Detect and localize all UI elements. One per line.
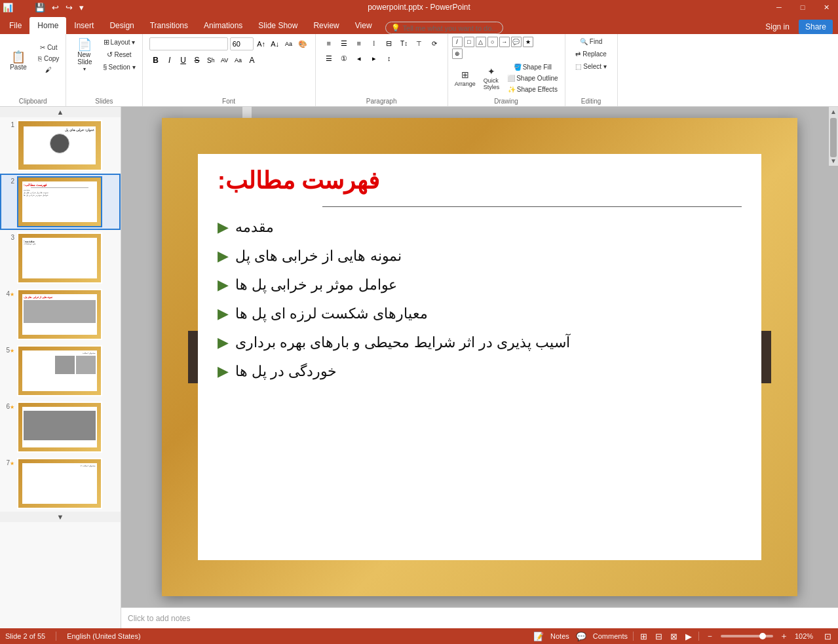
new-slide-button[interactable]: 📄 New Slide ▾ (70, 37, 99, 73)
shape-effects-button[interactable]: ✨ Shape Effects (505, 85, 560, 94)
tab-file[interactable]: File (1, 17, 29, 34)
format-painter-button[interactable]: 🖌 (35, 65, 62, 75)
zoom-out-button[interactable]: － (704, 629, 715, 643)
decrease-font-button[interactable]: A↓ (269, 38, 281, 50)
sign-in-button[interactable]: Sign in (759, 20, 796, 34)
text-shadow-button[interactable]: Sh (204, 54, 218, 67)
slide-thumbnail-3[interactable]: 3 مقدمه: متن توضیحات (0, 230, 121, 286)
redo-qat-button[interactable]: ↪ (64, 2, 75, 13)
comments-button[interactable]: 💬 (575, 630, 588, 643)
select-button[interactable]: ⬚ Select ▾ (573, 62, 609, 71)
bold-button[interactable]: B (149, 54, 162, 67)
oval-shape-button[interactable]: ○ (487, 37, 498, 47)
arrange-button[interactable]: ⊞ Arrange (452, 68, 478, 88)
zoom-in-button[interactable]: ＋ (778, 629, 790, 643)
increase-indent-button[interactable]: ▸ (368, 52, 381, 64)
slide-thumbnail-6[interactable]: 6 (0, 399, 121, 455)
slide-thumbnail-4[interactable]: 4 نمونه هایی از خرابی های پل: (0, 286, 121, 343)
line-shape-button[interactable]: / (452, 37, 463, 47)
view-sorter-button[interactable]: ⊟ (654, 630, 664, 643)
text-direction-button[interactable]: T↕ (398, 37, 411, 49)
save-qat-button[interactable]: 💾 (33, 2, 47, 13)
cut-button[interactable]: ✂ Cut (35, 43, 62, 52)
canvas-scroll[interactable]: فهرست مطالب: مقدمه ▶ نمونه هایی از خرابی… (121, 107, 838, 607)
maximize-button[interactable]: □ (791, 0, 814, 14)
tell-me-bar[interactable]: 💡 Tell me what you want to do... (385, 22, 504, 34)
minimize-button[interactable]: ─ (767, 0, 791, 14)
customize-qat-button[interactable]: ▾ (77, 2, 86, 13)
font-color2-button[interactable]: A (246, 54, 259, 67)
font-color-button[interactable]: 🎨 (297, 38, 309, 50)
font-name-input[interactable] (149, 37, 228, 50)
justify-button[interactable]: ⁞ (368, 37, 381, 49)
tab-insert[interactable]: Insert (66, 17, 102, 34)
numbering-button[interactable]: ① (337, 52, 351, 64)
outline-icon: ⬜ (507, 75, 515, 82)
zoom-slider[interactable] (721, 635, 773, 637)
clear-format-button[interactable]: Aa (283, 38, 295, 50)
shape-outline-button[interactable]: ⬜ Shape Outline (505, 73, 560, 83)
line-spacing-button[interactable]: ↕ (383, 52, 396, 64)
paste-button[interactable]: 📋 Paste (4, 43, 33, 79)
view-slideshow-button[interactable]: ▶ (684, 630, 693, 643)
fit-slide-button[interactable]: ⊡ (823, 630, 833, 643)
rect-shape-button[interactable]: □ (464, 37, 474, 47)
reset-button[interactable]: ↺ Reset (100, 49, 138, 60)
layout-button[interactable]: ⊞ Layout ▾ (100, 37, 138, 48)
tab-animations[interactable]: Animations (196, 17, 250, 34)
tri-shape-button[interactable]: △ (476, 37, 486, 47)
tab-view[interactable]: View (347, 17, 380, 34)
undo-qat-button[interactable]: ↩ (50, 2, 61, 13)
italic-button[interactable]: I (163, 54, 176, 67)
columns-button[interactable]: ⊟ (383, 37, 396, 49)
align-text-button[interactable]: ⊤ (413, 37, 426, 49)
section-icon: § (103, 63, 107, 71)
tab-design[interactable]: Design (102, 17, 142, 34)
slide-thumbnail-5[interactable]: 5 محتوای اسلاید (0, 343, 121, 399)
convert-to-smartart-button[interactable]: ⟳ (428, 37, 441, 49)
sidebar-scroll-down[interactable]: ▼ (0, 512, 121, 522)
slide-thumbnail-7[interactable]: 7 محتوای اسلاید ۷ (0, 455, 121, 512)
view-reading-button[interactable]: ⊠ (669, 630, 679, 643)
replace-button[interactable]: ⇄ Replace (573, 49, 609, 59)
slide-thumbnail-1[interactable]: 1 عنوان: خرابی های پل (0, 117, 121, 174)
notes-placeholder[interactable]: Click to add notes (128, 614, 190, 623)
strikethrough-button[interactable]: S (191, 54, 204, 67)
comments-label: Comments (593, 632, 628, 640)
more-shapes-button[interactable]: ⊕ (452, 48, 463, 59)
scroll-thumb-v[interactable] (830, 118, 837, 157)
tab-transitions[interactable]: Transitions (142, 17, 196, 34)
slide-content-area[interactable]: فهرست مطالب: مقدمه ▶ نمونه هایی از خرابی… (198, 154, 761, 560)
slide-thumbnail-2[interactable]: 2 فهرست مطالب: مقدمه نمونه هایی از خرابی… (0, 174, 121, 230)
aa-button[interactable]: Aa (232, 54, 245, 67)
tab-home[interactable]: Home (29, 17, 66, 34)
increase-font-button[interactable]: A↑ (256, 38, 267, 50)
arrow-shape-button[interactable]: → (499, 37, 510, 47)
star-shape-button[interactable]: ★ (523, 37, 533, 47)
align-right-button[interactable]: ≡ (352, 37, 366, 49)
tab-slideshow[interactable]: Slide Show (250, 17, 305, 34)
view-normal-button[interactable]: ⊞ (639, 630, 649, 643)
copy-button[interactable]: ⎘ Copy (35, 54, 62, 64)
align-center-button[interactable]: ☰ (337, 37, 351, 49)
scroll-down-arrow[interactable]: ▼ (830, 157, 837, 164)
sidebar-scroll-up[interactable]: ▲ (0, 107, 121, 117)
font-size-input[interactable] (230, 37, 254, 50)
close-button[interactable]: ✕ (814, 0, 838, 14)
section-button[interactable]: § Section ▾ (100, 62, 138, 72)
notes-button[interactable]: 📝 (532, 630, 545, 643)
char-spacing-button[interactable]: AV (218, 54, 231, 67)
decrease-indent-button[interactable]: ◂ (352, 52, 366, 64)
scroll-up-arrow[interactable]: ▲ (830, 108, 837, 115)
share-button[interactable]: Share (799, 20, 833, 34)
underline-button[interactable]: U (177, 54, 190, 67)
tab-review[interactable]: Review (305, 17, 347, 34)
callout-shape-button[interactable]: 💬 (511, 37, 522, 47)
quick-styles-button[interactable]: ✦ QuickStyles (481, 65, 503, 92)
find-button[interactable]: 🔍 Find (573, 37, 609, 47)
canvas-scrollbar-v[interactable]: ▲ ▼ (829, 107, 838, 166)
align-left-button[interactable]: ≡ (322, 37, 335, 49)
shape-fill-button[interactable]: 🪣 Shape Fill (505, 62, 560, 72)
notes-area[interactable]: Click to add notes (121, 607, 838, 628)
bullets-button[interactable]: ☰ (322, 52, 335, 64)
